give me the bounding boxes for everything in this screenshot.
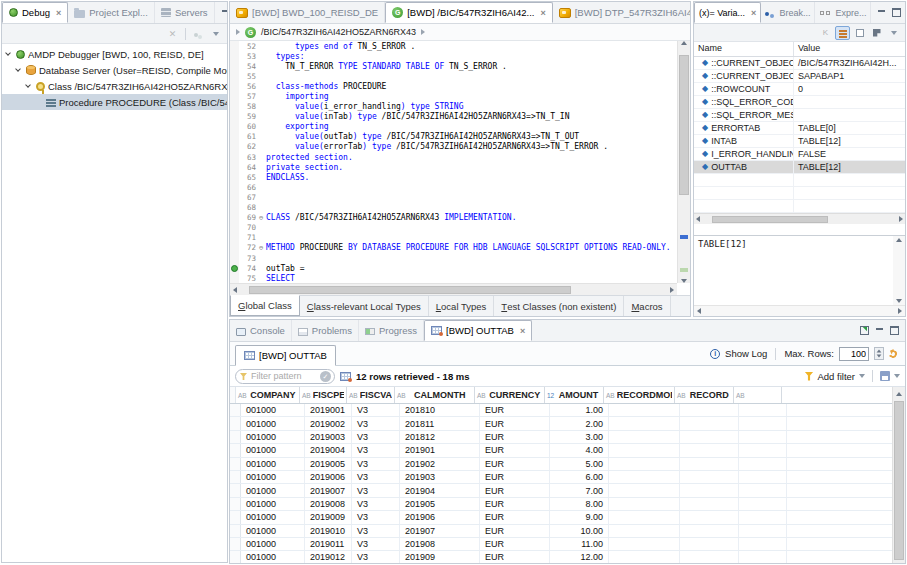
annotation-margin[interactable] bbox=[230, 213, 239, 223]
table-row[interactable]: 0010002019001V3201810EUR1.00 bbox=[230, 404, 892, 417]
code-editor[interactable]: 52 types end of TN_S_ERROR .53 types:54 … bbox=[230, 41, 677, 283]
annotation-margin[interactable] bbox=[230, 112, 239, 122]
console-tab-progress[interactable]: Progress bbox=[359, 320, 424, 341]
close-icon[interactable]: × bbox=[751, 8, 756, 18]
annotation-margin[interactable] bbox=[230, 223, 239, 233]
view-menu-icon[interactable] bbox=[886, 26, 901, 40]
column-header-calmonth[interactable]: ABCALMONTH bbox=[395, 387, 475, 403]
scroll-down-icon[interactable] bbox=[681, 279, 687, 283]
detail-vertical-scrollbar[interactable] bbox=[893, 236, 905, 305]
min-button[interactable] bbox=[221, 8, 227, 17]
annotation-margin[interactable] bbox=[230, 81, 239, 91]
tree-item-amdp[interactable]: AMDP Debugger [BWD, 100, REISD, DE] bbox=[2, 46, 227, 62]
annotation-margin[interactable] bbox=[230, 182, 239, 192]
table-row[interactable]: 0010002019002V3201811EUR2.00 bbox=[230, 417, 892, 430]
close-icon[interactable]: × bbox=[56, 8, 61, 18]
variable-detail-pane[interactable]: TABLE[12] bbox=[694, 235, 905, 305]
scrollbar-thumb[interactable] bbox=[679, 55, 689, 195]
breadcrumb-item[interactable]: /BIC/547R3ZIH6AI42HO5ZARN6RX43 bbox=[261, 27, 416, 37]
add-filter-icon[interactable] bbox=[805, 372, 814, 381]
annotation-margin[interactable] bbox=[230, 91, 239, 101]
column-header-name[interactable]: Name bbox=[694, 42, 794, 56]
variable-row-i-error-handling[interactable]: ◆I_ERROR_HANDLINGFALSE bbox=[694, 148, 905, 161]
column-header-company[interactable]: ABCOMPANY bbox=[236, 387, 300, 403]
tree-expanded-icon[interactable] bbox=[25, 82, 31, 88]
debug-toolbar-icon[interactable] bbox=[191, 27, 206, 41]
table-row[interactable]: 0010002019003V3201812EUR3.00 bbox=[230, 431, 892, 444]
restore-button[interactable] bbox=[860, 326, 869, 335]
editor-horizontal-scrollbar[interactable] bbox=[230, 283, 677, 295]
tree-item-class[interactable]: Class /BIC/547R3ZIH6AI42HO5ZARN6RX43 (Li… bbox=[2, 78, 227, 94]
annotation-margin[interactable] bbox=[230, 142, 239, 152]
apply-filter-icon[interactable]: ✓ bbox=[320, 371, 331, 382]
annotation-margin[interactable] bbox=[230, 152, 239, 162]
scroll-left-icon[interactable] bbox=[233, 287, 237, 293]
variable-row-current-object[interactable]: ◆::CURRENT_OBJECTSAPABAP1 bbox=[694, 70, 905, 83]
section-tab-local-types[interactable]: Local Types bbox=[429, 296, 495, 316]
filter-pattern-input[interactable] bbox=[251, 371, 317, 381]
vars-tab-x-varia[interactable]: (x)= Varia...× bbox=[694, 2, 761, 23]
scroll-left-icon[interactable] bbox=[696, 216, 700, 222]
save-icon[interactable] bbox=[880, 371, 890, 381]
vars-tab-break[interactable]: Break... bbox=[761, 2, 815, 23]
view-menu-icon[interactable] bbox=[208, 27, 223, 41]
tree-expanded-icon[interactable] bbox=[15, 66, 21, 72]
annotation-margin[interactable] bbox=[230, 102, 239, 112]
table-row[interactable]: 0010002019012V3201909EUR12.00 bbox=[230, 551, 892, 563]
min-button[interactable] bbox=[877, 8, 886, 17]
remove-all-terminated-icon[interactable]: ✕ bbox=[165, 27, 180, 41]
column-header-fiscper[interactable]: ABFISCPER bbox=[300, 387, 347, 403]
column-header-amount[interactable]: 12AMOUNT bbox=[545, 387, 604, 403]
editor-tab-bwd-bwd-100-reisd-de[interactable]: [BWD] BWD_100_REISD_DE bbox=[230, 2, 385, 23]
max-button[interactable] bbox=[892, 8, 901, 17]
breakpoint-margin[interactable] bbox=[230, 263, 239, 273]
table-row[interactable]: 0010002019009V3201906EUR9.00 bbox=[230, 511, 892, 524]
annotation-margin[interactable] bbox=[230, 132, 239, 142]
detail-horizontal-scrollbar[interactable] bbox=[694, 305, 905, 316]
tree-item-database[interactable]: Database Server (User=REISD, Compile Mod… bbox=[2, 62, 227, 78]
column-header-record[interactable]: ABRECORD bbox=[675, 387, 734, 403]
section-tab-class-relevant-local-types[interactable]: Class-relevant Local Types bbox=[300, 296, 429, 316]
close-icon[interactable]: × bbox=[540, 8, 545, 18]
debug-tab-debug[interactable]: Debug× bbox=[2, 2, 68, 23]
add-filter-menu-icon[interactable] bbox=[859, 374, 865, 378]
collapse-all-icon[interactable] bbox=[852, 26, 867, 40]
console-tab-console[interactable]: Console bbox=[230, 320, 292, 341]
show-log-button[interactable]: Show Log bbox=[725, 348, 767, 359]
editor-tab-bwd-bic-547r3zih6ai42[interactable]: G[BWD] /BIC/547R3ZIH6AI42...× bbox=[385, 2, 553, 23]
scrollbar-thumb[interactable] bbox=[249, 286, 571, 294]
variable-row-errortab[interactable]: ◆ERRORTABTABLE[0] bbox=[694, 122, 905, 135]
annotation-margin[interactable] bbox=[230, 172, 239, 182]
scroll-up-icon[interactable] bbox=[896, 392, 902, 396]
section-tab-test-classes-non-existent[interactable]: Test Classes (non existent) bbox=[494, 296, 624, 316]
refresh-icon[interactable] bbox=[888, 348, 898, 358]
add-filter-button[interactable]: Add filter bbox=[818, 371, 856, 382]
max-rows-stepper[interactable] bbox=[874, 347, 884, 360]
scroll-down-icon[interactable] bbox=[896, 299, 902, 303]
tree-expanded-icon[interactable] bbox=[5, 50, 11, 56]
scroll-up-icon[interactable] bbox=[681, 41, 687, 45]
variable-row-intab[interactable]: ◆INTABTABLE[12] bbox=[694, 135, 905, 148]
view-settings-icon[interactable] bbox=[869, 26, 884, 40]
console-tab-problems[interactable]: Problems bbox=[292, 320, 359, 341]
scrollbar-thumb[interactable] bbox=[894, 401, 904, 560]
annotation-margin[interactable] bbox=[230, 61, 239, 71]
table-row[interactable]: 0010002019007V3201904EUR7.00 bbox=[230, 484, 892, 497]
annotation-margin[interactable] bbox=[230, 71, 239, 81]
max-rows-input[interactable] bbox=[839, 347, 869, 361]
section-tab-macros[interactable]: Macros bbox=[624, 296, 670, 316]
annotation-margin[interactable] bbox=[230, 233, 239, 243]
table-row[interactable]: 0010002019010V3201907EUR10.00 bbox=[230, 525, 892, 538]
show-logical-structure-icon[interactable] bbox=[835, 26, 850, 40]
section-tab-global-class[interactable]: Global Class bbox=[230, 295, 300, 316]
annotation-margin[interactable] bbox=[230, 243, 239, 253]
scroll-right-icon[interactable] bbox=[899, 216, 903, 222]
scroll-left-icon[interactable] bbox=[697, 308, 701, 314]
annotation-margin[interactable] bbox=[230, 253, 239, 263]
table-row[interactable]: 0010002019011V3201908EUR11.00 bbox=[230, 538, 892, 551]
console-tab-bwd-outtab[interactable]: [BWD] OUTTAB× bbox=[424, 320, 532, 341]
table-row[interactable]: 0010002019008V3201905EUR8.00 bbox=[230, 498, 892, 511]
variable-row-sql-error-code[interactable]: ◆::SQL_ERROR_CODE bbox=[694, 96, 905, 109]
table-row[interactable]: 0010002019005V3201902EUR5.00 bbox=[230, 458, 892, 471]
annotation-margin[interactable] bbox=[230, 203, 239, 213]
